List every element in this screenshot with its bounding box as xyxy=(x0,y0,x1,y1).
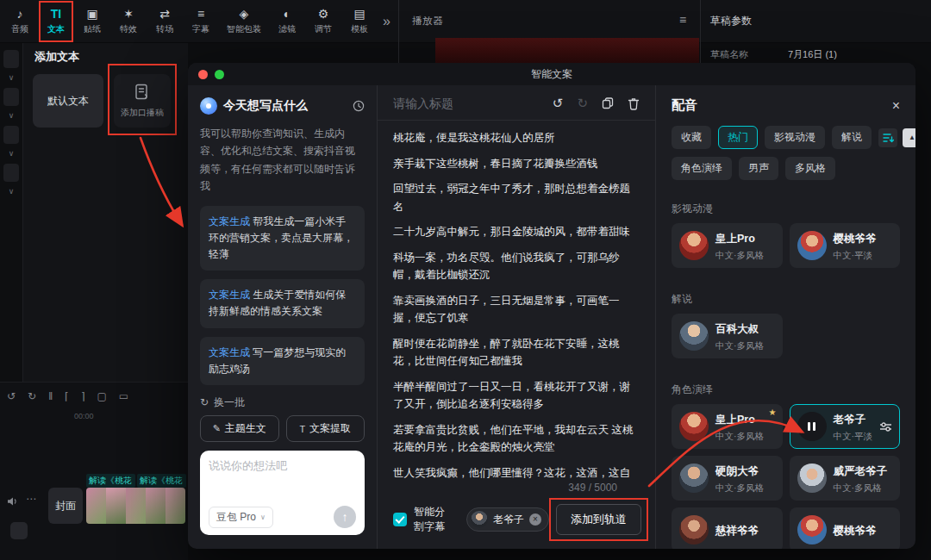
default-text-card[interactable]: 默认文本 xyxy=(33,74,103,128)
toolbar-item-transition[interactable]: ⇄转场 xyxy=(147,3,183,40)
voice-card[interactable]: 樱桃爷爷中文·平淡 xyxy=(790,223,901,268)
toolbar-item-adjust[interactable]: ⚙调节 xyxy=(305,3,341,40)
voice-desc: 中文·多风格 xyxy=(715,250,764,260)
script-editor[interactable]: 桃花庵，便是我这桃花仙人的居所 亲手栽下这些桃树，春日摘了花瓣换些酒钱 回望过去… xyxy=(378,121,655,480)
voice-card[interactable]: 硬朗大爷中文·多风格 xyxy=(672,456,783,501)
text-clip[interactable]: 解读《桃花 xyxy=(86,474,135,488)
smart-split-label: 智能分割字幕 xyxy=(414,505,454,534)
title-input[interactable] xyxy=(393,96,539,110)
voice-card[interactable]: 皇上Pro中文·多风格 ★ xyxy=(672,404,783,449)
redo-icon[interactable]: ↻ xyxy=(577,96,588,111)
chevron-down-icon[interactable]: ∨ xyxy=(9,150,15,158)
suggestion-card[interactable]: 文案生成 写一篇梦想与现实的励志鸡汤 xyxy=(200,337,365,385)
refresh-suggestions-button[interactable]: ↻ 换一批 xyxy=(200,395,365,410)
selected-voice-tag[interactable]: 老爷子 × xyxy=(466,507,549,532)
rail-item[interactable] xyxy=(3,164,19,182)
voice-grid: 皇上Pro中文·多风格 ★ 老爷子中文·平淡 硬朗大爷中文·多风格 xyxy=(672,404,900,549)
track-more-icon[interactable]: ⋯ xyxy=(26,493,36,505)
voice-card[interactable]: 威严老爷子中文·多风格 xyxy=(790,456,901,501)
filter-tag-film[interactable]: 影视动漫 xyxy=(765,126,825,149)
smart-split-checkbox[interactable] xyxy=(393,513,407,526)
voice-card[interactable]: 慈祥爷爷 xyxy=(672,507,783,549)
copy-icon[interactable] xyxy=(602,97,614,109)
trash-icon[interactable] xyxy=(628,97,640,110)
zoom-window-button[interactable] xyxy=(215,70,224,79)
mask-icon[interactable]: ▭ xyxy=(119,390,128,402)
text-clip[interactable]: 解读《桃花 xyxy=(137,474,186,488)
toolbar-item-filter[interactable]: ◐滤镜 xyxy=(269,3,305,40)
model-selector[interactable]: 豆包 Pro ∨ xyxy=(209,507,273,528)
filter-tag-favorites[interactable]: 收藏 xyxy=(672,126,711,149)
pause-icon[interactable] xyxy=(797,412,827,441)
filter-tag-multistyle[interactable]: 多风格 xyxy=(785,157,835,180)
send-button[interactable]: ↑ xyxy=(334,506,356,528)
voice-card[interactable]: 樱桃爷爷 xyxy=(790,507,901,549)
suggestion-card[interactable]: 文案生成 帮我生成一篇小米手环的营销文案，卖点是大屏幕，轻薄 xyxy=(200,206,365,271)
rail-item[interactable] xyxy=(3,50,19,68)
redo-icon[interactable]: ↻ xyxy=(28,390,36,402)
voice-name: 威严老爷子 xyxy=(834,465,888,477)
section-label-film: 影视动漫 xyxy=(672,202,900,216)
toolbar-item-effects[interactable]: ✶特效 xyxy=(110,3,147,40)
close-icon[interactable]: × xyxy=(892,98,900,114)
modal-titlebar: 智能文案 xyxy=(188,63,915,85)
toolbar-item-sticker[interactable]: ▣贴纸 xyxy=(74,3,110,40)
theme-to-text-button[interactable]: ✎主题生文 xyxy=(200,415,279,442)
trim-right-icon[interactable]: ⌉ xyxy=(81,390,85,402)
toolbar-items: ♪音频 TI文本 ▣贴纸 ✶特效 ⇄转场 ≡字幕 ◈智能包装 ◐滤镜 ⚙调节 ▤… xyxy=(0,3,391,40)
voice-name: 皇上Pro xyxy=(715,233,755,245)
filter-tag-roleplay[interactable]: 角色演绎 xyxy=(672,157,732,180)
toolbar-item-smart-pack[interactable]: ◈智能包装 xyxy=(219,3,269,40)
add-script-card[interactable]: 添加口播稿 xyxy=(114,74,171,128)
chevron-down-icon[interactable]: ∨ xyxy=(9,74,15,82)
history-clock-icon[interactable] xyxy=(353,100,365,112)
voice-card[interactable]: 皇上Pro中文·多风格 xyxy=(672,223,783,268)
toolbar-expand-button[interactable]: » xyxy=(383,14,391,29)
add-to-track-annotation: 添加到轨道 xyxy=(556,504,641,535)
close-window-button[interactable] xyxy=(198,70,208,79)
toolbar-item-template[interactable]: ▤模板 xyxy=(341,3,378,40)
split-icon[interactable]: ‖ xyxy=(48,390,53,402)
crop-icon[interactable]: ▢ xyxy=(97,390,106,402)
toolbar-label: 滤镜 xyxy=(278,23,296,35)
cover-button[interactable]: 封面 xyxy=(48,488,83,524)
smart-copy-modal: 智能文案 今天想写点什么 我可以帮助你查询知识、生成内容、优化和总结文案、搜索抖… xyxy=(188,63,915,549)
add-to-track-button[interactable]: 添加到轨道 xyxy=(556,504,641,535)
script-paragraph: 靠卖画换酒的日子，三日无烟是常事，可画笔一握，便忘了饥寒 xyxy=(393,292,640,327)
toolbar-item-text[interactable]: TI文本 xyxy=(38,3,74,40)
draft-name-row: 草稿名称 7月16日 (1) xyxy=(710,48,837,61)
rail-item[interactable] xyxy=(3,126,19,144)
filter-tag-male[interactable]: 男声 xyxy=(739,157,778,180)
track-thumb-toggle[interactable] xyxy=(10,522,28,539)
toolbar-item-captions[interactable]: ≡字幕 xyxy=(183,3,219,40)
chevron-down-icon[interactable]: ∨ xyxy=(9,112,15,120)
chevron-down-icon[interactable]: ∨ xyxy=(9,188,15,196)
mute-track-icon[interactable] xyxy=(7,496,18,507)
player-menu-icon[interactable]: ≡ xyxy=(679,13,686,27)
toolbar-label: 模板 xyxy=(351,23,368,35)
rail-item[interactable] xyxy=(3,88,19,106)
suggestion-card[interactable]: 文案生成 生成关于爱情如何保持新鲜感的情感关系文案 xyxy=(200,279,365,327)
filter-tag-narration[interactable]: 解说 xyxy=(832,126,872,149)
filter-tag-hot[interactable]: 热门 xyxy=(718,126,758,149)
video-clip[interactable] xyxy=(86,488,185,524)
section-label-roleplay: 角色演绎 xyxy=(672,383,900,397)
trim-left-icon[interactable]: ⌈ xyxy=(65,390,69,402)
voice-card[interactable]: 百科大叔中文·多风格 xyxy=(672,314,783,358)
toolbar-item-audio[interactable]: ♪音频 xyxy=(2,3,38,40)
voice-avatar xyxy=(679,515,709,544)
video-thumbnail xyxy=(86,488,106,524)
script-paragraph: 半醉半醒间过了一日又一日，看桃花开了又谢，谢了又开，倒比追名逐利安稳得多 xyxy=(393,378,640,414)
text-track: 解读《桃花 解读《桃花 xyxy=(86,474,186,488)
text-panel-title: 添加文本 xyxy=(34,49,79,65)
collapse-panel-button[interactable]: ▲ xyxy=(903,128,915,147)
undo-icon[interactable]: ↺ xyxy=(7,390,16,402)
voice-settings-icon[interactable] xyxy=(879,421,892,432)
sort-filter-icon[interactable] xyxy=(878,128,897,147)
undo-icon[interactable]: ↺ xyxy=(553,96,564,111)
remove-voice-icon[interactable]: × xyxy=(529,513,541,526)
extract-text-button[interactable]: T文案提取 xyxy=(286,415,366,442)
suggestion-tag: 文案生成 xyxy=(209,289,250,301)
prompt-input[interactable] xyxy=(209,459,356,472)
voice-card-selected[interactable]: 老爷子中文·平淡 xyxy=(790,404,901,449)
